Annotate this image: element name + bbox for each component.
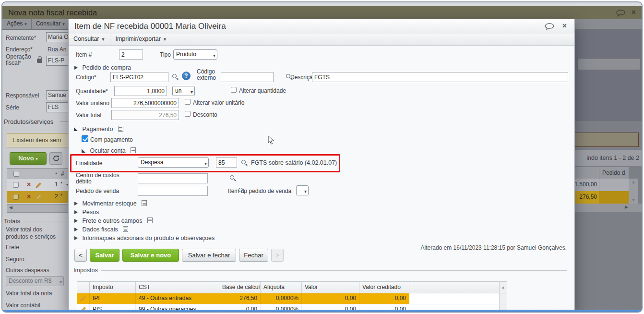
section-ocultar-conta[interactable]: Ocultar conta	[82, 146, 136, 155]
move-down-icon: ▾	[66, 182, 68, 187]
form-list-icon[interactable]	[118, 126, 123, 132]
desconto-checkbox[interactable]	[185, 111, 191, 117]
move-up-icon: ▴	[60, 180, 62, 184]
unidade-select[interactable]: un▾	[172, 86, 195, 96]
alterar-quantidade-label: Alterar quantidade	[239, 87, 286, 94]
descricao-input[interactable]	[312, 72, 568, 82]
pedido-venda-input[interactable]	[138, 186, 208, 196]
alterar-valor-checkbox[interactable]	[185, 99, 191, 105]
com-pagamento-checkbox[interactable]	[82, 135, 88, 142]
com-pagamento-label: Com pagamento	[90, 136, 133, 143]
search-icon[interactable]	[241, 159, 248, 166]
section-pedido-compra[interactable]: Pedido de compra	[74, 63, 131, 72]
endereco-label: Endereço*	[6, 46, 33, 53]
outras-despesas-label: Outras despesas	[6, 267, 49, 274]
delete-icon: ×	[27, 193, 31, 200]
prev-item-button[interactable]: <	[74, 249, 87, 262]
form-list-icon[interactable]	[131, 147, 136, 153]
finalidade-select[interactable]: Despesa▾	[138, 157, 209, 168]
codigo-input[interactable]	[110, 72, 168, 82]
section-informacoes-adicionais[interactable]: Informações adicionais do produto e obse…	[74, 233, 215, 242]
menu-imprimir-exportar[interactable]: Imprimir/exportar▼	[110, 34, 172, 45]
endereco-value: Rua An	[48, 46, 66, 53]
section-dados-fiscais[interactable]: Dados fiscais	[74, 225, 128, 233]
conta-codigo-input[interactable]	[216, 157, 237, 168]
lock-icon	[37, 59, 42, 63]
codigo-externo-input[interactable]	[221, 72, 274, 82]
valor-contabil-label: Valor contábil	[6, 302, 40, 309]
menu-consultar[interactable]: Consultar▼	[69, 34, 110, 45]
scroll-up-icon: ▲	[632, 180, 635, 184]
item-pedido-venda-select[interactable]: ▾	[296, 185, 309, 195]
salvar-e-fechar-button[interactable]: Salvar e fechar	[182, 249, 236, 262]
form-list-icon[interactable]	[142, 200, 147, 206]
col-pedido-header: Pedido d	[602, 169, 625, 176]
item-num-input[interactable]	[119, 49, 143, 60]
items-warning-banner: Existem itens sem	[7, 133, 69, 147]
bg-right-vscrollbar: ▲ ▼	[629, 179, 638, 204]
valor-total-label: Valor total	[76, 112, 101, 119]
row-number: 1	[55, 181, 58, 188]
section-pesos[interactable]: Pesos	[74, 207, 99, 216]
section-movimentar-estoque[interactable]: Movimentar estoque	[74, 199, 147, 207]
chevron-down-icon: ▾	[36, 157, 38, 161]
select-all-checkbox	[13, 171, 19, 177]
alterar-valor-label: Alterar valor unitário	[193, 99, 244, 106]
edit-pencil-icon[interactable]	[80, 295, 86, 302]
imposto-row-ipi[interactable]: IPI 49 - Outras entradas 276,50 0,0000% …	[77, 293, 507, 304]
collapsed-arrow-icon	[74, 66, 78, 70]
fechar-button[interactable]: Fechar	[239, 249, 268, 262]
comment-icon[interactable]	[545, 23, 554, 30]
col-creditado[interactable]: Valor creditado	[359, 282, 409, 293]
form-list-icon[interactable]	[147, 217, 153, 223]
expanded-arrow-icon	[82, 149, 85, 153]
bg-right-warning-fragment	[574, 133, 639, 147]
bg-menu-consultar-label: Consultar	[36, 20, 60, 27]
table-vscrollbar[interactable]: ▲	[499, 282, 507, 293]
scroll-right-icon: ▶	[625, 205, 628, 209]
form-list-icon[interactable]	[123, 226, 128, 232]
finalidade-highlight-box: Finalidade Despesa▾ FGTS sobre salário (…	[70, 154, 340, 172]
chevron-down-icon: ▾	[62, 22, 65, 26]
col-imposto[interactable]: Imposto	[90, 282, 136, 293]
quantidade-input[interactable]	[114, 86, 167, 96]
centro-custos-input[interactable]	[138, 173, 208, 183]
valor-unitario-input[interactable]	[111, 98, 179, 108]
operacao-fiscal-label: Operação fiscal*	[6, 54, 34, 66]
product-info-icon[interactable]: ?	[182, 72, 191, 80]
section-frete-outros[interactable]: Frete e outros campos	[74, 216, 153, 225]
tipo-select[interactable]: Produto▾	[173, 49, 217, 60]
divider	[60, 121, 69, 122]
chevron-down-icon: ▼	[163, 37, 167, 42]
bg-menu-acoes: Ações▾	[2, 19, 32, 29]
frete-label: Frete	[6, 244, 19, 251]
search-icon[interactable]	[172, 73, 179, 80]
search-icon[interactable]	[229, 175, 236, 181]
item-nf-dialog: Item de NF recebida 00001 Maria Oliveira…	[69, 19, 574, 313]
close-icon[interactable]: ×	[562, 23, 567, 29]
salvar-e-novo-button[interactable]: Salvar e novo	[122, 249, 179, 262]
section-pagamento[interactable]: Pagamento	[74, 124, 123, 133]
menu-imprimir-label: Imprimir/exportar	[115, 36, 160, 42]
cell-creditado: 0,00	[359, 293, 409, 304]
chevron-down-icon: ▾	[213, 51, 215, 60]
finalidade-select-value: Despesa	[141, 159, 163, 166]
collapsed-arrow-icon	[74, 228, 78, 231]
col-filler	[409, 282, 499, 293]
col-cst[interactable]: CST	[136, 282, 219, 293]
col-valor[interactable]: Valor	[302, 282, 359, 293]
bg-right-row-2-highlighted: 276,50	[574, 191, 629, 204]
dialog-titlebar: Item de NF recebida 00001 Maria Oliveira…	[69, 19, 574, 34]
bg-top-strip	[2, 2, 642, 6]
mouse-cursor	[268, 135, 274, 145]
col-aliquota[interactable]: Alíquota	[261, 282, 302, 293]
col-base[interactable]: Base de cálculo	[219, 282, 261, 293]
item-row-2-highlighted: × 2 ▴	[7, 191, 69, 203]
bg-menu-acoes-label: Ações	[7, 20, 23, 27]
salvar-button[interactable]: Salvar	[90, 249, 119, 262]
alterar-quantidade-checkbox[interactable]	[231, 87, 237, 93]
divider	[24, 221, 69, 221]
unidade-select-value: un	[175, 87, 181, 94]
scroll-up-icon[interactable]: ▲	[501, 285, 505, 290]
items-table-header: ▴ #	[7, 168, 69, 180]
